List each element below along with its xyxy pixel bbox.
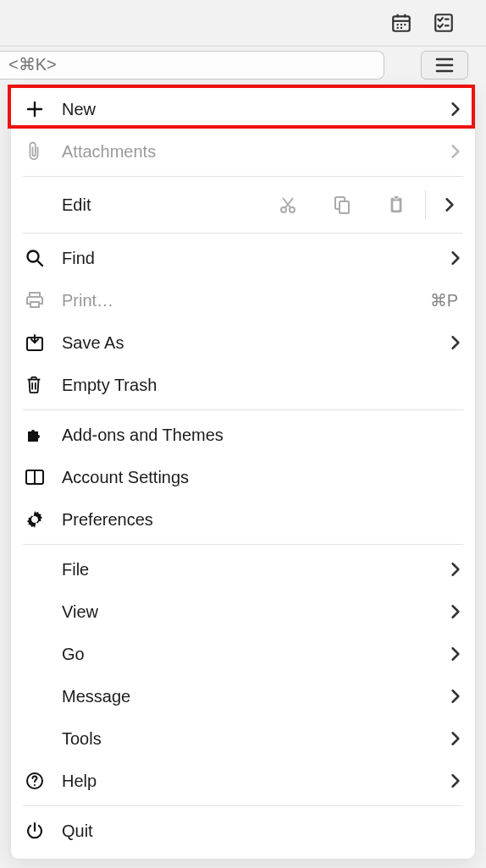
menu-empty-trash[interactable]: Empty Trash (11, 364, 475, 406)
chevron-right-icon (433, 646, 461, 662)
gear-icon (25, 509, 62, 530)
paste-icon[interactable] (369, 188, 423, 222)
svg-point-17 (281, 207, 286, 212)
svg-rect-9 (435, 14, 452, 31)
plus-icon (25, 99, 62, 119)
menu-find[interactable]: Find (11, 237, 475, 279)
search-icon (25, 248, 62, 268)
menu-preferences[interactable]: Preferences (11, 498, 475, 541)
menu-go-label: Go (62, 645, 433, 664)
menu-new[interactable]: New (11, 88, 475, 130)
menu-view[interactable]: View (11, 591, 475, 633)
search-input[interactable] (0, 51, 384, 80)
menu-view-label: View (62, 602, 433, 622)
separator (425, 190, 426, 219)
menu-preferences-label: Preferences (62, 510, 461, 530)
help-icon (25, 771, 62, 791)
chevron-right-icon (433, 689, 461, 704)
divider (23, 805, 463, 806)
divider (23, 409, 463, 410)
chevron-right-icon (433, 102, 461, 117)
menu-print-shortcut: ⌘P (430, 290, 461, 310)
chevron-right-icon (433, 144, 461, 159)
chevron-right-icon[interactable] (428, 188, 472, 222)
menu-tools[interactable]: Tools (11, 717, 475, 760)
menu-empty-trash-label: Empty Trash (62, 376, 461, 395)
menu-save-as-label: Save As (62, 333, 433, 353)
account-settings-icon (25, 468, 62, 486)
calendar-icon[interactable] (389, 11, 413, 35)
menu-account-settings[interactable]: Account Settings (11, 456, 475, 498)
chevron-right-icon (433, 731, 461, 746)
svg-rect-22 (340, 201, 349, 213)
top-toolbar (0, 0, 486, 46)
cut-icon[interactable] (261, 188, 315, 222)
menu-file[interactable]: File (11, 548, 475, 591)
divider (23, 233, 463, 233)
svg-point-38 (34, 784, 36, 786)
menu-new-label: New (62, 100, 433, 119)
app-menu-button[interactable] (421, 51, 468, 80)
menu-help[interactable]: Help (11, 760, 475, 802)
menu-attachments-label: Attachments (62, 142, 433, 162)
svg-line-27 (37, 261, 42, 266)
menu-addons[interactable]: Add-ons and Themes (11, 414, 475, 456)
power-icon (25, 821, 62, 841)
menu-tools-label: Tools (62, 729, 433, 749)
menu-help-label: Help (62, 772, 433, 791)
menu-quit-label: Quit (62, 821, 461, 841)
svg-rect-0 (393, 16, 410, 30)
menu-find-label: Find (62, 249, 433, 268)
puzzle-icon (25, 425, 62, 445)
menu-message[interactable]: Message (11, 675, 475, 717)
menu-message-label: Message (62, 687, 433, 706)
chevron-right-icon (433, 250, 461, 266)
search-row (0, 46, 486, 83)
menu-edit-row: Edit (11, 180, 475, 229)
menu-go[interactable]: Go (11, 633, 475, 675)
divider (23, 176, 463, 177)
svg-rect-24 (394, 195, 399, 199)
app-menu: New Attachments Edit (8, 84, 476, 860)
svg-rect-25 (393, 201, 399, 210)
copy-icon[interactable] (315, 188, 369, 222)
save-icon (25, 332, 62, 353)
svg-point-18 (290, 207, 295, 212)
menu-account-settings-label: Account Settings (62, 468, 461, 487)
menu-file-label: File (62, 560, 433, 580)
print-icon (25, 290, 62, 310)
chevron-right-icon (433, 604, 461, 619)
svg-point-36 (32, 517, 37, 522)
menu-attachments: Attachments (11, 130, 475, 173)
chevron-right-icon (433, 773, 461, 788)
menu-quit[interactable]: Quit (11, 810, 475, 852)
chevron-right-icon (433, 335, 461, 350)
menu-addons-label: Add-ons and Themes (62, 426, 461, 445)
trash-icon (25, 375, 62, 395)
menu-save-as[interactable]: Save As (11, 321, 475, 364)
chevron-right-icon (433, 562, 461, 577)
menu-print-label: Print… (62, 291, 430, 310)
svg-rect-29 (30, 302, 39, 307)
divider (23, 544, 463, 545)
tasks-icon[interactable] (432, 11, 456, 35)
menu-edit-label: Edit (25, 195, 143, 215)
paperclip-icon (25, 140, 62, 162)
menu-print: Print… ⌘P (11, 279, 475, 321)
